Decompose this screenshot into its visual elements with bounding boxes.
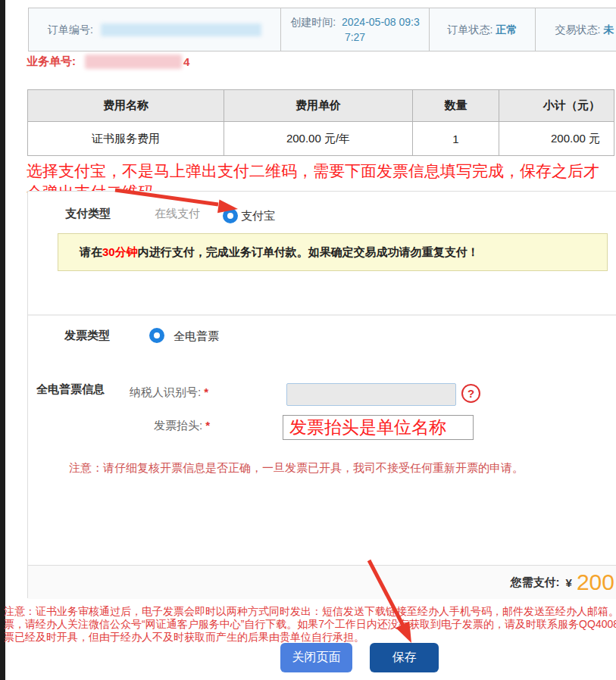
invoice-notice-text: 注意：请仔细复核开票信息是否正确，一旦发票已开具，我司不接受任何重新开票的申请。 <box>69 461 524 476</box>
fee-name-cell: 证书服务费用 <box>28 122 224 156</box>
trade-status-cell: 交易状态: 未 <box>536 8 616 51</box>
total-label: 您需支付: <box>511 576 560 590</box>
fee-table-row: 证书服务费用 200.00 元/年 1 200.00 元 <box>28 122 614 156</box>
help-icon[interactable]: ? <box>461 384 480 403</box>
payment-total-row: 您需支付: ¥ 200 <box>28 565 616 599</box>
fee-table: 费用名称 费用单价 数量 小计（元） 证书服务费用 200.00 元/年 1 2… <box>27 89 614 156</box>
order-number-redacted <box>101 23 261 36</box>
invoice-title-required-mark: * <box>205 419 210 432</box>
payment-option-alipay[interactable]: 支付宝 <box>241 209 275 223</box>
order-number-label: 订单编号: <box>48 22 93 37</box>
tax-id-input[interactable] <box>286 383 456 406</box>
footer-note-line: 注意：证书业务审核通过后，电子发票会即时以两种方式同时发出：短信发送下载链接至经… <box>4 605 616 618</box>
invoice-title-field-label: 发票抬头:* <box>154 419 210 433</box>
fee-name-header: 费用名称 <box>28 90 224 122</box>
trade-status-label: 交易状态: <box>555 22 601 37</box>
alipay-radio-selected[interactable] <box>223 208 238 223</box>
fee-unit-price-cell: 200.00 元/年 <box>224 122 413 156</box>
invoice-type-option[interactable]: 全电普票 <box>174 329 219 344</box>
payment-option-online[interactable]: 在线支付 <box>155 207 200 221</box>
footer-notes: 注意：证书业务审核通过后，电子发票会即时以两种方式同时发出：短信发送下载链接至经… <box>4 605 616 644</box>
invoice-type-label: 发票类型 <box>64 329 110 343</box>
invoice-title-input[interactable]: 发票抬头是单位名称 <box>283 415 474 440</box>
currency-symbol: ¥ <box>566 576 572 589</box>
payment-type-label: 支付类型 <box>65 207 111 221</box>
business-number-row: 业务单号: 4 <box>27 55 189 69</box>
order-payment-page: 订单编号: 创建时间: 2024-05-08 09:37:27 订单状态: 正常… <box>0 0 616 680</box>
invoice-title-annotation: 发票抬头是单位名称 <box>289 416 446 439</box>
total-amount: 200 <box>577 571 614 594</box>
close-page-button[interactable]: 关闭页面 <box>280 643 352 672</box>
warning-suffix: 内进行支付，完成业务订单付款。如果确定交易成功请勿重复支付！ <box>138 245 479 258</box>
footer-note-line: 票，请经办人关注微信公众号“网证通客户服务中心”自行下载。如果7个工作日内还没有… <box>4 618 616 631</box>
warning-prefix: 请在 <box>80 245 102 258</box>
tax-id-field-label: 纳税人识别号:* <box>130 385 208 400</box>
fee-qty-cell: 1 <box>413 122 499 156</box>
fee-subtotal-header: 小计（元） <box>499 90 614 122</box>
left-edge-bar <box>0 0 5 680</box>
payment-warning-box: 请在30分钟内进行支付，完成业务订单付款。如果确定交易成功请勿重复支付！ <box>58 233 608 271</box>
fee-qty-header: 数量 <box>413 90 499 122</box>
created-time-cell: 创建时间: 2024-05-08 09:37:27 <box>281 8 430 51</box>
invoice-info-label: 全电普票信息 <box>36 382 105 397</box>
payment-form-panel: 支付类型 在线支付 支付宝 请在30分钟内进行支付，完成业务订单付款。如果确定交… <box>27 191 616 598</box>
created-time-value: 2024-05-08 09:37:27 <box>342 16 420 43</box>
fee-unit-price-header: 费用单价 <box>224 90 413 122</box>
order-status-cell: 订单状态: 正常 <box>430 8 536 51</box>
warning-highlight: 30分钟 <box>102 245 138 258</box>
panel-divider <box>28 314 616 316</box>
order-status-label: 订单状态: <box>448 22 493 37</box>
business-number-redacted <box>85 55 182 69</box>
fee-subtotal-cell: 200.00 元 <box>499 122 614 156</box>
business-number-label: 业务单号: <box>27 55 76 69</box>
order-info-header: 订单编号: 创建时间: 2024-05-08 09:37:27 订单状态: 正常… <box>28 8 616 51</box>
fee-table-header-row: 费用名称 费用单价 数量 小计（元） <box>28 90 614 122</box>
footer-note-line: 票已经及时开具，但由于经办人不及时获取而产生的后果由贵单位自行承担。 <box>4 631 616 644</box>
save-button[interactable]: 保存 <box>370 643 439 672</box>
invoice-type-radio-selected[interactable] <box>149 328 164 343</box>
tax-id-required-mark: * <box>204 385 208 398</box>
business-number-suffix: 4 <box>183 55 189 68</box>
created-time-label: 创建时间: <box>290 16 336 28</box>
order-status-value: 正常 <box>496 22 517 37</box>
trade-status-value: 未 <box>603 22 614 37</box>
order-number-cell: 订单编号: <box>29 8 281 51</box>
